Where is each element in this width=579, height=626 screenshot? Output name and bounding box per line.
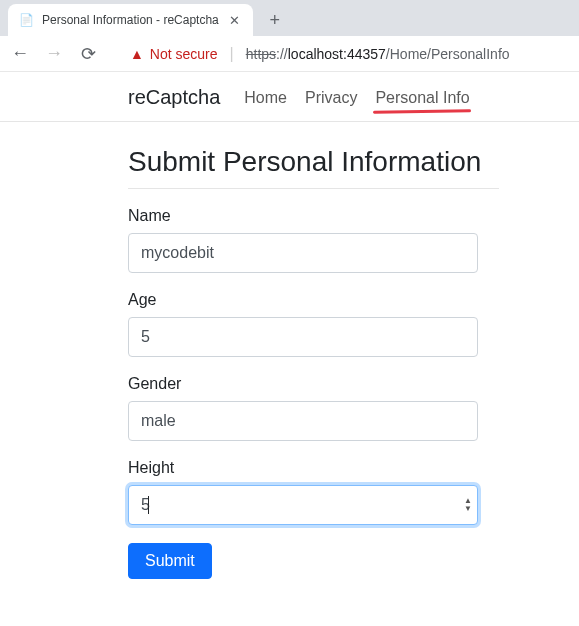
url-path: /Home/PersonalInfo bbox=[386, 46, 510, 62]
tab-title: Personal Information - reCaptcha bbox=[42, 13, 219, 27]
warning-icon: ▲ bbox=[130, 46, 144, 62]
age-label: Age bbox=[128, 291, 499, 309]
site-navbar: reCaptcha Home Privacy Personal Info bbox=[0, 72, 579, 122]
browser-toolbar: ← → ⟳ ▲ Not secure | https://localhost:4… bbox=[0, 36, 579, 72]
name-input[interactable] bbox=[128, 233, 478, 273]
divider bbox=[128, 188, 499, 189]
submit-button[interactable]: Submit bbox=[128, 543, 212, 579]
gender-label: Gender bbox=[128, 375, 499, 393]
close-icon[interactable]: ✕ bbox=[227, 12, 243, 28]
new-tab-button[interactable]: + bbox=[261, 6, 289, 34]
page-title: Submit Personal Information bbox=[128, 146, 499, 188]
browser-tab[interactable]: 📄 Personal Information - reCaptcha ✕ bbox=[8, 4, 253, 36]
number-spinner[interactable]: ▲ ▼ bbox=[464, 497, 472, 513]
nav-link-home[interactable]: Home bbox=[244, 89, 287, 107]
step-down-icon[interactable]: ▼ bbox=[464, 505, 472, 513]
gender-input[interactable] bbox=[128, 401, 478, 441]
height-input[interactable] bbox=[128, 485, 478, 525]
url-host: localhost: bbox=[288, 46, 347, 62]
security-label: Not secure bbox=[150, 46, 218, 62]
text-caret bbox=[148, 496, 149, 514]
nav-link-privacy[interactable]: Privacy bbox=[305, 89, 357, 107]
tab-favicon-icon: 📄 bbox=[18, 12, 34, 28]
forward-button[interactable]: → bbox=[42, 42, 66, 66]
reload-button[interactable]: ⟳ bbox=[76, 42, 100, 66]
address-bar[interactable]: https://localhost:44357/Home/PersonalInf… bbox=[246, 46, 510, 62]
nav-link-personal-info[interactable]: Personal Info bbox=[375, 89, 469, 107]
name-label: Name bbox=[128, 207, 499, 225]
age-input[interactable] bbox=[128, 317, 478, 357]
personal-info-form: Name Age Gender Height ▲ ▼ Submit bbox=[128, 207, 499, 579]
url-sep: :// bbox=[276, 46, 288, 62]
brand[interactable]: reCaptcha bbox=[128, 86, 220, 109]
url-protocol: https bbox=[246, 46, 276, 62]
divider: | bbox=[230, 45, 234, 63]
back-button[interactable]: ← bbox=[8, 42, 32, 66]
url-port: 44357 bbox=[347, 46, 386, 62]
security-chip[interactable]: ▲ Not secure bbox=[130, 46, 218, 62]
browser-tab-bar: 📄 Personal Information - reCaptcha ✕ + bbox=[0, 0, 579, 36]
height-label: Height bbox=[128, 459, 499, 477]
